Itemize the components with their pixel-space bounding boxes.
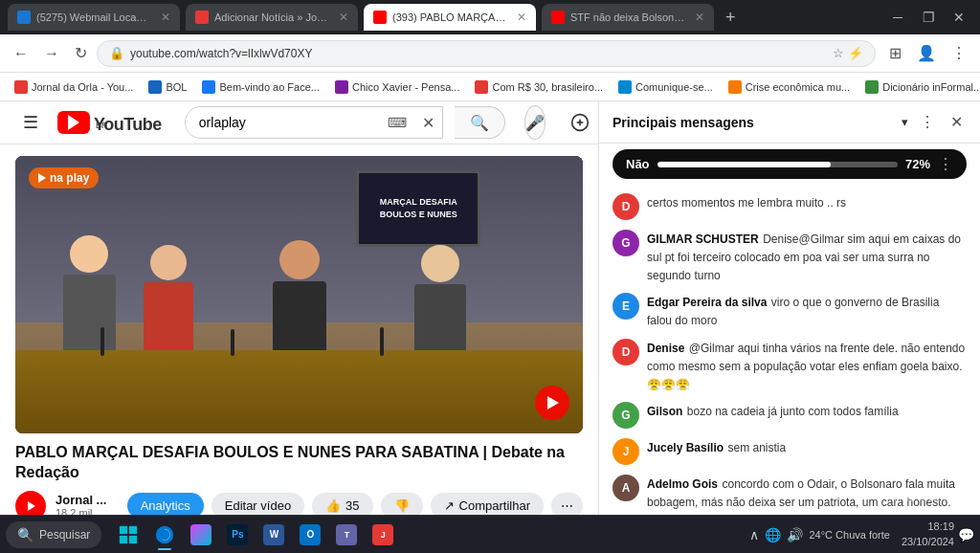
- forward-button[interactable]: →: [38, 41, 65, 66]
- address-bar[interactable]: 🔒 youtube.com/watch?v=lIxlwVd70XY ☆ ⚡: [97, 40, 876, 67]
- volume-icon[interactable]: 🔊: [787, 527, 803, 542]
- bookmark-dicio[interactable]: Dicionário inFormal...: [858, 77, 980, 97]
- msg-avatar-3: E: [612, 293, 639, 320]
- youtube-header: ☰ YouTube BR ⌨ ✕ 🔍 🎤: [0, 101, 598, 144]
- more-options-button[interactable]: ⋯: [551, 493, 583, 515]
- channel-info[interactable]: Jornal ... 18,2 mil...: [56, 493, 106, 515]
- poll-more-button[interactable]: ⋮: [938, 155, 953, 173]
- edit-video-button[interactable]: Editar vídeo: [212, 493, 304, 515]
- bookmark-icon-bol: [148, 80, 162, 94]
- tab-webmail-close[interactable]: ✕: [161, 11, 170, 24]
- tab-webmail-label: (5275) Webmail Locaweb :: Ca...: [36, 11, 151, 23]
- extension-icon[interactable]: ⚡: [848, 46, 863, 60]
- taskbar-search[interactable]: 🔍 Pesquisar: [6, 521, 101, 548]
- profile-button[interactable]: 👤: [911, 40, 942, 66]
- search-button[interactable]: 🔍: [455, 106, 505, 139]
- analytics-button[interactable]: Analytics: [127, 493, 204, 515]
- msg-body-3: Edgar Pereira da silva viro o que o gonv…: [647, 293, 967, 329]
- like-button[interactable]: 👍 35: [312, 493, 372, 515]
- bookmark-bol[interactable]: BOL: [142, 77, 193, 97]
- bookmark-rs[interactable]: Com R$ 30, brasileiro...: [468, 77, 610, 97]
- msg-author-5: Gilson: [647, 405, 682, 418]
- channel-subs: 18,2 mil...: [56, 507, 106, 515]
- tab-jornal[interactable]: Adicionar Notícia » Jornal da C... ✕: [186, 4, 358, 31]
- keyboard-icon[interactable]: ⌨: [380, 115, 414, 130]
- bookmark-icon-chico: [335, 80, 348, 94]
- share-icon: ↗: [444, 498, 455, 513]
- taskbar-app-teams[interactable]: T: [329, 518, 364, 552]
- tab-jornal-close[interactable]: ✕: [339, 11, 348, 24]
- voice-search-button[interactable]: 🎤: [524, 105, 546, 140]
- notification-center-icon[interactable]: 💬: [958, 527, 974, 542]
- chat-message-6: J Jucely Basílio sem anistia: [599, 433, 980, 470]
- msg-body-4: Denise @Gilmar aqui tinha vários na fren…: [647, 339, 967, 392]
- bookmark-facebook[interactable]: Bem-vindo ao Face...: [195, 77, 326, 97]
- yt-menu-button[interactable]: ☰: [15, 104, 46, 141]
- bookmark-icon-dicio: [865, 80, 879, 94]
- tab-webmail[interactable]: (5275) Webmail Locaweb :: Ca... ✕: [8, 4, 180, 31]
- taskbar-app-outlook[interactable]: O: [293, 518, 327, 552]
- msg-author-6: Jucely Basílio: [647, 441, 724, 454]
- video-play-button[interactable]: [535, 386, 569, 420]
- bookmark-crise[interactable]: Crise econômica mu...: [722, 77, 857, 97]
- back-button[interactable]: ←: [8, 41, 34, 66]
- windows-icon: [118, 524, 139, 545]
- pablo-favicon: [373, 11, 387, 24]
- chat-header: Principais mensagens ▾ ⋮ ✕: [599, 101, 980, 144]
- settings-button[interactable]: ⋮: [946, 40, 972, 66]
- star-icon[interactable]: ☆: [833, 46, 844, 60]
- network-icon[interactable]: 🌐: [765, 527, 781, 542]
- chat-more-button[interactable]: ⋮: [916, 109, 939, 135]
- title-bar: (5275) Webmail Locaweb :: Ca... ✕ Adicio…: [0, 0, 980, 34]
- share-button[interactable]: ↗ Compartilhar: [431, 493, 544, 515]
- chat-message-4: D Denise @Gilmar aqui tinha vários na fr…: [599, 334, 980, 397]
- msg-avatar-7: A: [612, 475, 639, 501]
- bookmark-jornal[interactable]: Jornal da Orla - You...: [8, 77, 140, 97]
- youtube-logo[interactable]: YouTube BR: [57, 111, 162, 134]
- channel-avatar[interactable]: [15, 491, 46, 515]
- search-clear-button[interactable]: ✕: [414, 114, 442, 132]
- taskbar-app-edge[interactable]: [147, 518, 182, 552]
- yt-search-input[interactable]: [186, 107, 380, 138]
- bookmark-label-facebook: Bem-vindo ao Face...: [219, 81, 320, 93]
- bookmark-comunique[interactable]: Comunique-se...: [612, 77, 720, 97]
- minimize-button[interactable]: ─: [884, 8, 911, 27]
- taskbar-app-photos[interactable]: [184, 518, 218, 552]
- youtube-logo-br: BR: [96, 122, 162, 130]
- taskbar-app-photoshop[interactable]: Ps: [220, 518, 255, 552]
- channel-play-icon: [28, 501, 35, 511]
- tray-arrow-icon[interactable]: ∧: [749, 527, 759, 542]
- like-count: 35: [345, 498, 359, 513]
- taskbar-app-word[interactable]: W: [256, 518, 291, 552]
- tab-stf[interactable]: STF não deixa Bolsonaro viajar... ✕: [542, 4, 714, 31]
- chat-close-button[interactable]: ✕: [947, 109, 967, 135]
- bookmark-chico[interactable]: Chico Xavier - Pensa...: [328, 77, 467, 97]
- word-icon: W: [263, 524, 284, 545]
- msg-avatar-1: D: [612, 193, 639, 220]
- svg-rect-7: [129, 535, 137, 542]
- taskbar-app-java[interactable]: J: [366, 518, 400, 552]
- tab-pablo-close[interactable]: ✕: [517, 11, 526, 24]
- bookmarks-bar: Jornal da Orla - You... BOL Bem-vindo ao…: [0, 73, 980, 101]
- poll-percentage: 72%: [905, 157, 930, 171]
- dislike-button[interactable]: 👎: [381, 493, 423, 515]
- video-thumbnail[interactable]: MARÇAL DESAFIABOULOS E NUNES: [15, 156, 583, 433]
- new-tab-button[interactable]: +: [720, 8, 742, 28]
- weather-widget[interactable]: 24°C Chuva forte: [809, 529, 890, 541]
- reload-button[interactable]: ↻: [69, 40, 93, 66]
- close-button[interactable]: ✕: [946, 8, 972, 27]
- taskbar-app-windows[interactable]: [111, 518, 145, 552]
- create-button[interactable]: [565, 107, 595, 138]
- tab-pablo[interactable]: (393) PABLO MARÇAL DES... ✕: [364, 4, 536, 31]
- windows-taskbar: 🔍 Pesquisar: [0, 515, 980, 553]
- tab-stf-close[interactable]: ✕: [695, 11, 704, 24]
- extensions-button[interactable]: ⊞: [883, 40, 907, 66]
- clock-date: 23/10/2024: [902, 535, 954, 549]
- chat-message-7: A Adelmo Gois concordo com o Odair, o Bo…: [599, 470, 980, 515]
- system-clock[interactable]: 18:19 23/10/2024: [902, 520, 954, 549]
- overlay-play-icon: [38, 173, 46, 183]
- navigation-bar: ← → ↻ 🔒 youtube.com/watch?v=lIxlwVd70XY …: [0, 34, 980, 73]
- address-text: youtube.com/watch?v=lIxlwVd70XY: [130, 47, 827, 60]
- chat-sort-button[interactable]: ▾: [902, 115, 908, 129]
- maximize-button[interactable]: ❐: [915, 8, 942, 27]
